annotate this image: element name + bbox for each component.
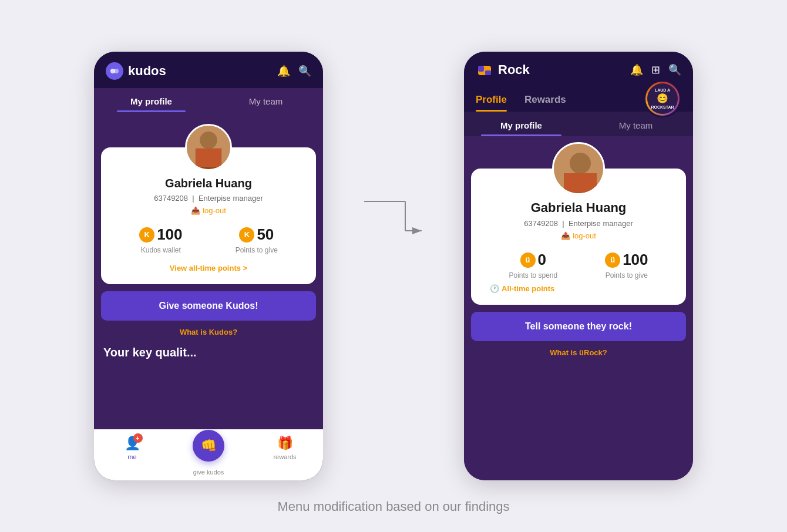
- kudos-logo-icon: [106, 62, 123, 80]
- right-give-value: ü 100: [605, 251, 648, 269]
- left-nav-tab-myteam[interactable]: My team: [208, 88, 323, 112]
- left-bell-icon[interactable]: 🔔: [277, 65, 290, 78]
- left-wallet-value: K 100: [139, 225, 182, 244]
- svg-rect-12: [485, 70, 491, 75]
- right-spend-label: Points to spend: [509, 271, 557, 280]
- left-wallet-item: K 100 Kudos wallet: [139, 225, 182, 254]
- left-bottom-nav-give[interactable]: 👊 give kudos: [170, 430, 247, 480]
- left-bottom-nav-rewards[interactable]: 🎁 rewards: [247, 430, 323, 480]
- left-give-kudos-button[interactable]: Give someone Kudos!: [101, 291, 316, 321]
- left-wallet-label: Kudos wallet: [139, 246, 182, 254]
- right-profile-tab-myprofile[interactable]: My profile: [464, 112, 579, 136]
- rockstar-badge-text: LAUD A 😊 ROCKSTAR: [647, 83, 678, 114]
- right-profile-name: Gabriela Huang: [485, 200, 672, 216]
- right-tell-rock-button[interactable]: Tell someone they rock!: [471, 312, 686, 341]
- rockstar-badge: LAUD A 😊 ROCKSTAR: [644, 80, 681, 117]
- right-what-urock-link[interactable]: What is üRock?: [550, 348, 607, 357]
- left-points-row: K 100 Kudos wallet K 50 Points to give: [113, 225, 304, 254]
- right-profile-info: 63749208 | Enterpise manager: [485, 219, 672, 228]
- svg-point-3: [200, 132, 217, 149]
- rewards-label: rewards: [273, 453, 296, 460]
- right-logout-icon: 📤: [561, 231, 570, 240]
- clock-icon: 🕐: [490, 284, 499, 293]
- left-profile-info: 63749208 | Enterpise manager: [113, 194, 304, 203]
- left-points-value: K 50: [236, 225, 278, 244]
- right-body: My profile My team: [464, 112, 693, 480]
- right-points-row: ü 0 Points to spend ü 100 Points to give: [485, 251, 672, 280]
- left-search-icon[interactable]: 🔍: [298, 65, 311, 78]
- right-avatar-container: [552, 142, 605, 195]
- caption-text: Menu modification based on our findings: [277, 499, 509, 514]
- left-header-icons: 🔔 🔍: [277, 65, 311, 78]
- left-points-coin: K: [239, 227, 254, 243]
- arrow-svg: [358, 190, 429, 248]
- right-spend-coin: ü: [520, 252, 536, 268]
- svg-rect-11: [478, 66, 484, 72]
- right-logo: Rock: [476, 61, 530, 79]
- caption-area: Menu modification based on our findings: [0, 499, 787, 514]
- right-profile-tab-myteam[interactable]: My team: [579, 112, 693, 136]
- right-tab-rewards[interactable]: Rewards: [524, 86, 566, 112]
- left-logout-link[interactable]: 📤 log-out: [113, 206, 304, 215]
- svg-rect-5: [196, 149, 221, 167]
- right-give-label: Points to give: [605, 271, 648, 280]
- me-label: me: [127, 453, 136, 460]
- left-bottom-title: Your key qualit...: [103, 346, 314, 359]
- right-profile-content: Gabriela Huang 63749208 | Enterpise mana…: [464, 136, 693, 480]
- arrow-container: [358, 190, 429, 342]
- svg-rect-16: [564, 173, 597, 195]
- rewards-icon: 🎁: [277, 436, 293, 451]
- left-phone: kudos 🔔 🔍 My profile My team: [94, 52, 323, 480]
- left-view-points-link[interactable]: View all-time points >: [113, 264, 304, 272]
- left-nav-tab-myprofile[interactable]: My profile: [94, 88, 208, 112]
- svg-point-14: [570, 153, 591, 174]
- left-logo: kudos: [106, 62, 166, 80]
- right-top-nav: Profile Rewards LAUD A 😊 ROCKSTAR: [464, 86, 693, 112]
- right-logout-link[interactable]: 📤 log-out: [485, 231, 672, 240]
- left-nav: My profile My team: [94, 88, 323, 112]
- left-points-item: K 50 Points to give: [236, 225, 278, 254]
- left-profile-name: Gabriela Huang: [113, 177, 304, 190]
- right-search-icon[interactable]: 🔍: [668, 63, 681, 76]
- left-wallet-coin: K: [139, 227, 154, 243]
- left-avatar: [185, 124, 232, 171]
- left-header: kudos 🔔 🔍: [94, 52, 323, 88]
- left-bottom-nav: 👤 + me 👊 give kudos 🎁 rewards: [94, 429, 323, 480]
- urock-logo-text: Rock: [498, 62, 530, 78]
- svg-point-1: [114, 69, 119, 73]
- right-give-coin: ü: [605, 252, 620, 268]
- left-body: Gabriela Huang 63749208 | Enterpise mana…: [94, 112, 323, 429]
- right-bell-icon[interactable]: 🔔: [630, 63, 643, 76]
- logout-icon: 📤: [191, 206, 200, 215]
- left-points-label: Points to give: [236, 246, 278, 254]
- right-spend-item: ü 0 Points to spend: [509, 251, 557, 280]
- right-avatar: [552, 142, 605, 195]
- me-notification-badge: +: [133, 433, 143, 443]
- left-bottom-fade: Your key qualit...: [94, 336, 323, 429]
- right-grid-icon[interactable]: ⊞: [651, 63, 660, 76]
- kudos-logo-text: kudos: [128, 63, 166, 79]
- urock-logo-icon: [476, 61, 493, 79]
- left-bottom-nav-me[interactable]: 👤 + me: [94, 430, 170, 480]
- left-what-is-link[interactable]: What is Kudos?: [180, 328, 237, 336]
- right-all-time-link[interactable]: 🕐 All-time points: [485, 284, 672, 293]
- right-phone: Rock 🔔 ⊞ 🔍 Profile Rewards LAUD A 😊: [464, 52, 693, 480]
- give-kudos-nav-label: give kudos: [193, 469, 224, 476]
- right-give-item: ü 100 Points to give: [605, 251, 648, 280]
- give-kudos-fab[interactable]: 👊: [193, 430, 224, 462]
- right-tab-profile[interactable]: Profile: [476, 86, 507, 112]
- right-header-icons: 🔔 ⊞ 🔍: [630, 63, 681, 76]
- left-avatar-container: [185, 124, 232, 171]
- right-spend-value: ü 0: [509, 251, 557, 269]
